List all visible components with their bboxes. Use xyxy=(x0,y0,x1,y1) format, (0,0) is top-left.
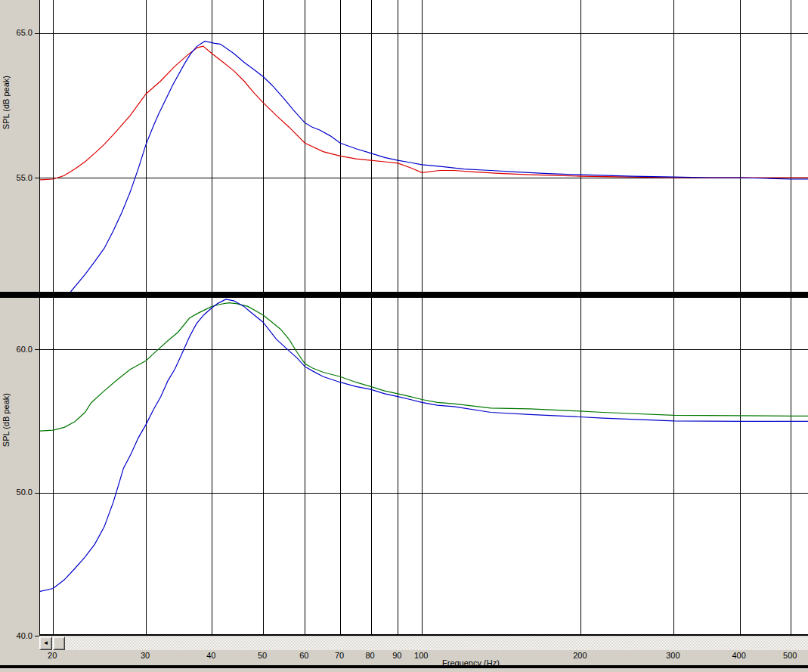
panel-divider xyxy=(0,292,808,298)
bottom-y-axis-title: SPL (dB peak) xyxy=(2,393,11,447)
x-tick-label: 400 xyxy=(726,651,753,661)
x-tick-label: 200 xyxy=(566,651,593,661)
x-tick-label: 60 xyxy=(290,651,317,661)
x-axis-band: Frequency (Hz) 2030405060708090100200300… xyxy=(0,650,808,672)
bottom-blue-trace xyxy=(40,299,808,591)
y-tick-label: 65.0 xyxy=(0,28,33,38)
x-tick-label: 50 xyxy=(249,651,276,661)
bottom-y-axis-margin: SPL (dB peak) 60.050.040.0 xyxy=(0,298,39,636)
x-tick-label: 70 xyxy=(326,651,353,661)
bottom-green-trace xyxy=(40,303,808,431)
scroll-left-button[interactable]: ◄ xyxy=(39,636,52,650)
x-tick-label: 500 xyxy=(776,651,803,661)
x-tick-label: 90 xyxy=(383,651,410,661)
scroll-left-arrow-icon: ◄ xyxy=(43,640,49,646)
top-plot-svg xyxy=(40,0,808,292)
y-tick-mark xyxy=(35,178,39,178)
app-window: SPL (dB peak) 65.055.0 SPL (dB peak) 60.… xyxy=(0,0,808,672)
top-y-axis-title: SPL (dB peak) xyxy=(2,76,11,129)
h-scrollbar-track[interactable] xyxy=(39,636,808,650)
h-scrollbar: ◄ xyxy=(39,636,808,650)
x-tick-label: 100 xyxy=(407,651,435,661)
y-tick-label: 50.0 xyxy=(0,488,33,497)
x-tick-label: 300 xyxy=(659,651,686,661)
top-plot-area[interactable] xyxy=(39,0,808,292)
x-tick-label: 20 xyxy=(39,651,66,661)
bottom-plot-panel: SPL (dB peak) 60.050.040.0 xyxy=(0,298,808,636)
x-tick-label: 40 xyxy=(197,651,224,661)
y-tick-label: 55.0 xyxy=(0,173,33,183)
x-tick-label: 80 xyxy=(357,651,384,661)
bottom-border-line xyxy=(0,665,808,668)
top-y-axis-margin: SPL (dB peak) 65.055.0 xyxy=(0,0,39,292)
bottom-plot-area[interactable] xyxy=(39,298,808,636)
y-tick-label: 40.0 xyxy=(0,631,33,641)
y-tick-mark xyxy=(35,493,39,494)
top-red-trace xyxy=(40,46,808,180)
bottom-plot-svg xyxy=(40,298,808,636)
y-tick-label: 60.0 xyxy=(0,345,33,355)
h-scrollbar-thumb[interactable] xyxy=(53,636,65,650)
top-plot-panel: SPL (dB peak) 65.055.0 xyxy=(0,0,808,292)
y-tick-mark xyxy=(35,349,39,350)
y-tick-mark xyxy=(35,33,39,34)
x-tick-label: 30 xyxy=(132,651,159,661)
top-blue-trace xyxy=(71,42,808,293)
